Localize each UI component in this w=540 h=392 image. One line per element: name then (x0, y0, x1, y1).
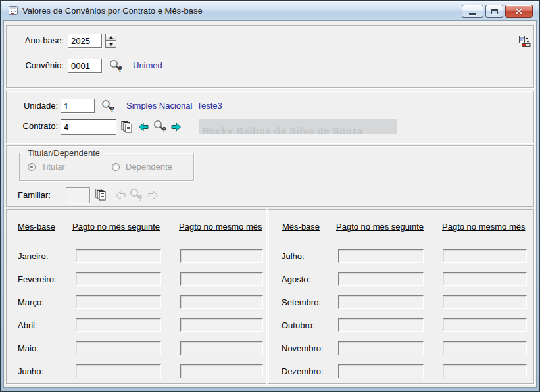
ano-base-label: Ano-base: (11, 34, 64, 48)
svg-text:?: ? (110, 106, 114, 112)
maio-pagto-mesmo-field (180, 341, 263, 355)
convenio-search-icon[interactable]: ? (109, 59, 123, 75)
janeiro-pagto-mesmo-field (180, 249, 263, 263)
titlebar[interactable]: Valores de Convênios por Contrato e Mês-… (1, 1, 539, 20)
unidade-label: Unidade: (8, 99, 58, 113)
abril-pagto-mesmo-field (180, 318, 263, 332)
month-label-marco: Março: (18, 295, 44, 310)
window-title: Valores de Convênios por Contrato e Mês-… (22, 1, 203, 20)
window-icon (8, 5, 19, 16)
unidade-search-icon[interactable]: ? (101, 99, 115, 115)
maximize-button[interactable] (485, 5, 503, 18)
app-window: Valores de Convênios por Contrato e Mês-… (0, 0, 540, 392)
familiar-input (66, 187, 90, 203)
convenio-label: Convênio: (11, 59, 64, 73)
month-label-janeiro: Janeiro: (18, 249, 48, 264)
unidade-name-text: Simples Nacional Teste3 (126, 99, 222, 113)
spin-up-button[interactable] (105, 34, 116, 41)
arrow-up-icon (109, 36, 113, 39)
month-label-junho: Junho: (18, 364, 43, 379)
window-controls (462, 5, 533, 18)
col-header-pagto-seguinte: Pagto no mês seguinte (72, 221, 160, 233)
dezembro-pagto-seguinte-field (338, 364, 424, 378)
familiar-search-icon-disabled: ? (129, 188, 143, 204)
month-label-outubro: Outubro: (282, 318, 315, 333)
contrato-input[interactable] (61, 119, 116, 135)
dependente-radio-label: Dependente (126, 161, 172, 173)
close-icon (515, 7, 523, 15)
marco-pagto-seguinte-field (76, 295, 161, 309)
contrato-search-icon[interactable]: ? (153, 120, 167, 135)
ano-base-spinner (105, 34, 116, 48)
maximize-icon (491, 9, 498, 14)
ano-base-input[interactable] (68, 34, 102, 48)
marco-pagto-mesmo-field (180, 295, 263, 309)
month-label-abril: Abril: (18, 318, 37, 333)
month-label-agosto: Agosto: (282, 272, 310, 287)
svg-text:?: ? (139, 195, 143, 201)
setembro-pagto-seguinte-field (338, 295, 424, 309)
titular-dependente-groupbox: Titular/Dependente Titular Dependente (19, 153, 194, 181)
fevereiro-pagto-mesmo-field (180, 272, 263, 286)
dependente-radio (112, 163, 120, 171)
fevereiro-pagto-seguinte-field (76, 272, 161, 286)
novembro-pagto-seguinte-field (338, 341, 424, 355)
panel-convenio: Ano-base: Convênio: ? Unimed (6, 25, 534, 88)
spin-down-button[interactable] (105, 41, 116, 48)
col-header-pagto-mesmo: Pagto no mesmo mês (179, 221, 262, 233)
month-label-julho: Julho: (282, 249, 305, 264)
next-record-icon[interactable] (171, 122, 182, 135)
setembro-pagto-mesmo-field (443, 295, 527, 309)
familiar-previous-icon-disabled (115, 190, 126, 203)
agosto-pagto-seguinte-field (338, 272, 424, 286)
svg-text:?: ? (118, 66, 122, 72)
contrato-label: Contrato: (8, 119, 58, 134)
unidade-input[interactable] (61, 99, 95, 113)
radio-dot (30, 166, 33, 168)
titular-radio (28, 163, 36, 171)
novembro-pagto-mesmo-field (443, 341, 527, 355)
form-client-area: Ano-base: Convênio: ? Unimed (3, 20, 537, 388)
contrato-person-name: Rocky Balboa da Silva de Souza (199, 125, 397, 134)
agosto-pagto-mesmo-field (443, 272, 527, 286)
panel-contrato: Unidade: ? Simples Nacional Teste3 Contr… (6, 91, 534, 143)
month-label-setembro: Setembro: (282, 295, 321, 310)
arrow-down-icon (109, 43, 113, 46)
junho-pagto-mesmo-field (180, 364, 263, 378)
minimize-button[interactable] (462, 5, 483, 18)
contrato-person-field: Rocky Balboa da Silva de Souza (199, 119, 397, 134)
month-label-maio: Maio: (18, 341, 39, 356)
panel-months-second-half: Mês-base Pagto no mês seguinte Pagto no … (268, 209, 534, 384)
col-header-pagto-mesmo-2: Pagto no mesmo mês (442, 221, 525, 233)
julho-pagto-seguinte-field (338, 249, 424, 263)
month-label-fevereiro: Fevereiro: (18, 272, 57, 287)
convenio-name-text: Unimed (133, 59, 162, 73)
familiar-label: Familiar: (18, 188, 51, 203)
dezembro-pagto-mesmo-field (443, 364, 527, 378)
convenio-input[interactable] (68, 59, 102, 73)
close-button[interactable] (505, 5, 533, 18)
abril-pagto-seguinte-field (76, 318, 161, 332)
col-header-mes-base: Mês-base (18, 221, 55, 233)
junho-pagto-seguinte-field (76, 364, 161, 378)
minimize-icon (469, 13, 476, 15)
month-label-dezembro: Dezembro: (282, 364, 324, 379)
svg-text:?: ? (162, 126, 166, 133)
month-label-novembro: Novembro: (282, 341, 324, 356)
previous-record-icon[interactable] (138, 122, 149, 135)
copy-record-icon[interactable] (518, 36, 531, 50)
outubro-pagto-mesmo-field (443, 318, 527, 332)
janeiro-pagto-seguinte-field (76, 249, 161, 263)
titular-radio-label: Titular (41, 161, 65, 173)
titular-dependente-group-label: Titular/Dependente (25, 148, 103, 158)
col-header-pagto-seguinte-2: Pagto no mês seguinte (336, 221, 424, 233)
familiar-list-icon[interactable] (94, 188, 108, 204)
col-header-mes-base-2: Mês-base (282, 221, 320, 233)
panel-months-first-half: Mês-base Pagto no mês seguinte Pagto no … (6, 209, 266, 384)
panel-titular-dependente: Titular/Dependente Titular Dependente Fa… (6, 145, 534, 207)
familiar-next-icon-disabled (148, 190, 159, 203)
outubro-pagto-seguinte-field (338, 318, 424, 332)
contrato-list-icon[interactable] (120, 120, 134, 136)
julho-pagto-mesmo-field (443, 249, 527, 263)
maio-pagto-seguinte-field (76, 341, 161, 355)
